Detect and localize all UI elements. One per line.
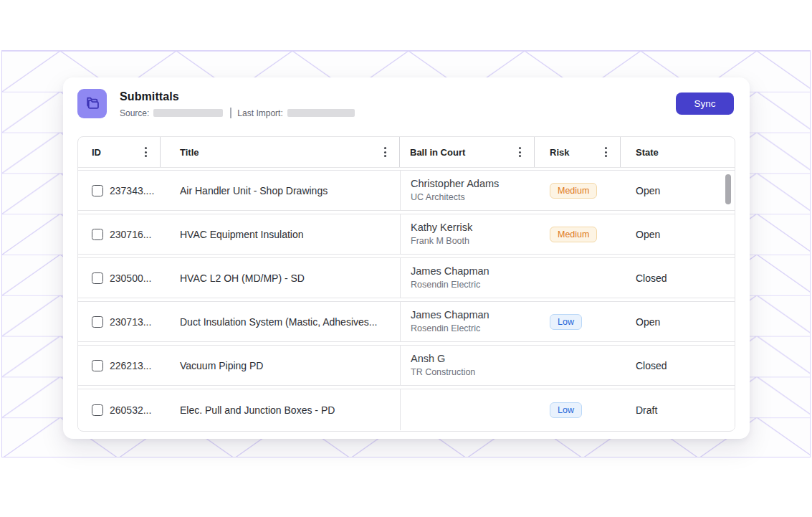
risk-badge: Medium [550,183,597,199]
id-cell: 226213... [78,360,161,371]
row-title: HVAC Equipment Insulation [161,229,400,240]
ball-in-court-name: James Chapman [411,265,535,279]
page-title: Submittals [120,90,355,103]
row-title: Duct Insulation System (Mastic, Adhesive… [161,316,400,328]
row-checkbox[interactable] [92,185,103,196]
sync-button[interactable]: Sync [676,93,734,115]
table-row[interactable]: 237343.... Air Handler Unit - Shop Drawi… [78,170,735,211]
page: Submittals Source: Last Import: Sync ID [0,0,812,517]
row-title: Vacuum Piping PD [161,360,400,371]
row-checkbox[interactable] [92,360,103,371]
vertical-scrollbar[interactable] [725,174,731,204]
row-state: Open [621,185,735,196]
ball-in-court-cell: Christopher Adams UC Architects [400,171,535,210]
id-cell: 230500... [78,272,161,284]
id-cell: 230713... [78,316,161,328]
ball-in-court-name: Christopher Adams [411,177,535,191]
risk-cell: Low [535,314,621,330]
row-title: HVAC L2 OH (MD/MP) - SD [161,272,400,284]
row-title: Air Handler Unit - Shop Drawings [161,185,400,196]
risk-badge: Low [550,314,582,330]
id-cell: 260532... [78,404,161,416]
kebab-menu-icon[interactable] [516,145,524,159]
import-meta: Source: Last Import: [120,108,355,118]
title-block: Submittals Source: Last Import: [120,88,355,118]
ball-in-court-name: Ansh G [411,352,535,366]
panel-header: Submittals Source: Last Import: Sync [77,88,735,136]
source-label: Source: [120,108,149,118]
row-checkbox[interactable] [92,316,103,328]
row-id: 226213... [110,360,151,371]
risk-badge: Low [550,402,582,418]
column-header-risk[interactable]: Risk [535,137,621,167]
ball-in-court-cell: James Chapman Rosendin Electric [400,258,535,298]
risk-cell: Low [535,402,621,418]
column-header-id[interactable]: ID [78,137,161,167]
source-value-placeholder [153,109,223,117]
ball-in-court-name: Kathy Kerrisk [411,221,535,235]
id-cell: 230716... [78,229,161,240]
kebab-menu-icon[interactable] [381,145,389,159]
ball-in-court-cell [400,389,535,430]
row-state: Open [621,229,735,240]
ball-in-court-company: Frank M Booth [411,235,535,247]
table-body: 237343.... Air Handler Unit - Shop Drawi… [78,168,735,430]
row-id: 230716... [110,229,151,240]
folders-icon [77,89,107,118]
risk-cell: Medium [535,183,621,199]
row-state: Closed [621,360,735,371]
submittals-table: ID Title Ball in Court Risk State [77,136,735,432]
row-id: 237343.... [110,185,154,196]
ball-in-court-company: Rosendin Electric [411,279,535,291]
table-row[interactable]: 230716... HVAC Equipment Insulation Kath… [78,214,735,255]
last-import-value-placeholder [287,109,355,117]
table-row[interactable]: 260532... Elec. Pull and Junction Boxes … [78,389,735,430]
row-checkbox[interactable] [92,404,103,416]
submittals-panel: Submittals Source: Last Import: Sync ID [63,77,750,439]
row-checkbox[interactable] [92,272,103,284]
ball-in-court-cell: Kathy Kerrisk Frank M Booth [400,214,535,254]
row-id: 230500... [110,272,151,284]
id-cell: 237343.... [78,185,161,196]
ball-in-court-company: UC Architects [411,191,535,204]
ball-in-court-company: TR Construction [411,366,535,379]
table-row[interactable]: 226213... Vacuum Piping PD Ansh G TR Con… [78,345,735,386]
row-state: Draft [621,404,735,416]
table-row[interactable]: 230500... HVAC L2 OH (MD/MP) - SD James … [78,257,735,298]
column-header-state[interactable]: State [621,137,735,167]
row-title: Elec. Pull and Junction Boxes - PD [161,404,400,416]
kebab-menu-icon[interactable] [602,145,610,159]
kebab-menu-icon[interactable] [142,145,150,159]
column-header-ball-in-court[interactable]: Ball in Court [400,137,535,167]
row-state: Open [621,316,735,328]
row-state: Closed [621,272,735,284]
ball-in-court-cell: James Chapman Rosendin Electric [400,302,535,341]
ball-in-court-company: Rosendin Electric [411,323,535,335]
row-checkbox[interactable] [92,229,103,240]
table-header-row: ID Title Ball in Court Risk State [78,137,735,168]
table-row[interactable]: 230713... Duct Insulation System (Mastic… [78,301,735,342]
column-header-title[interactable]: Title [161,137,400,167]
risk-badge: Medium [550,227,597,242]
row-id: 230713... [110,316,151,328]
last-import-label: Last Import: [237,108,282,118]
ball-in-court-name: James Chapman [411,308,535,323]
row-id: 260532... [110,404,151,416]
risk-cell: Medium [535,227,621,242]
ball-in-court-cell: Ansh G TR Construction [400,346,535,385]
meta-divider [230,108,231,118]
